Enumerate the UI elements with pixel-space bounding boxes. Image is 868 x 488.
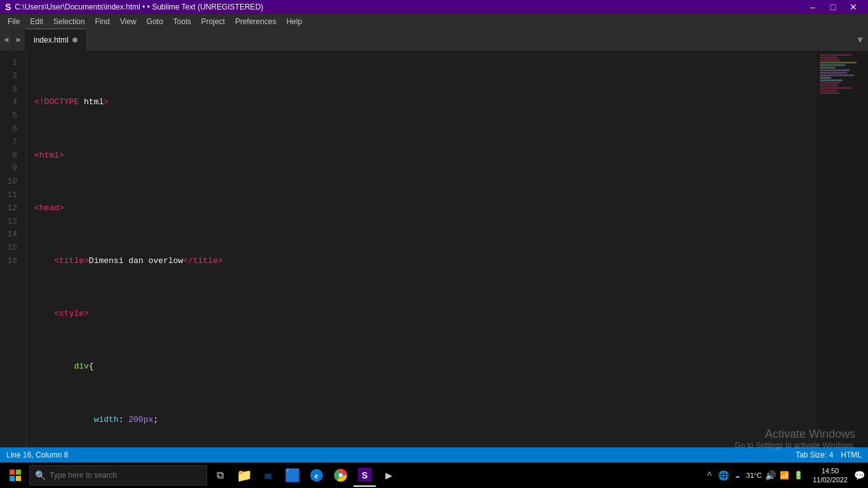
svg-point-8 [339,473,342,477]
menu-edit[interactable]: Edit [25,14,48,29]
title-bar-left: S C:\Users\User\Documents\index.html • •… [5,2,263,12]
status-right: Tab Size: 4 HTML [796,451,862,459]
svg-rect-1 [16,470,21,475]
line-num-16: 16 [0,255,21,268]
line-num-13: 13 [0,215,21,229]
tab-index-html[interactable]: index.html [25,29,86,51]
line-num-7: 7 [0,136,21,149]
svg-rect-3 [16,476,21,481]
code-line-3: <head> [34,202,817,215]
cursor-position: Line 16, Column 8 [6,451,68,459]
line-num-2: 2 [0,70,21,83]
minimap [817,51,868,447]
svg-text:S: S [362,470,367,480]
language[interactable]: HTML [841,451,862,459]
title-bar-text: C:\Users\User\Documents\index.html • • S… [15,3,263,11]
menu-view[interactable]: View [115,14,142,29]
title-bar-controls: – □ ✕ [803,0,863,14]
volume-icon[interactable]: 🔊 [764,464,777,487]
status-left: Line 16, Column 8 [6,451,68,459]
menu-preferences[interactable]: Preferences [230,14,281,29]
task-view-button[interactable]: ⧉ [208,464,231,487]
network-wifi-icon[interactable]: 📶 [778,464,791,487]
line-num-1: 1 [0,57,21,70]
svg-rect-0 [10,470,15,475]
app-icon: S [5,2,11,12]
code-line-7: width: 200px; [34,414,817,427]
line-num-12: 12 [0,202,21,215]
svg-rect-2 [10,476,15,481]
code-line-4: <title>Dimensi dan overlow</title> [34,255,817,268]
taskbar: 🔍 ⧉ 📁 ✉ 🟦 e S ▶ ^ 🌐 ☁ [0,463,868,488]
menu-help[interactable]: Help [281,14,308,29]
menu-selection[interactable]: Selection [48,14,90,29]
line-num-5: 5 [0,109,21,123]
line-num-10: 10 [0,175,21,189]
svg-text:e: e [315,471,318,480]
menu-tools[interactable]: Tools [168,14,196,29]
tab-nav-left[interactable]: ◀ [0,29,13,51]
line-num-14: 14 [0,228,21,241]
tab-modified-indicator [72,37,78,43]
line-numbers: 1 2 3 4 5 6 7 8 9 10 11 12 13 14 15 16 [0,51,27,447]
code-line-2: <html> [34,149,817,163]
search-icon: 🔍 [35,470,46,481]
tab-nav-right[interactable]: ▶ [13,29,25,51]
status-bar: Line 16, Column 8 Tab Size: 4 HTML [0,447,868,463]
menu-bar: File Edit Selection Find View Goto Tools… [0,14,868,29]
line-num-4: 4 [0,96,21,109]
menu-find[interactable]: Find [90,14,114,29]
code-area[interactable]: <!DOCTYPE html> <html> <head> <title>Dim… [27,51,817,447]
minimap-content [817,51,868,97]
close-button[interactable]: ✕ [844,0,863,14]
clock-time: 14:50 [822,466,839,475]
minimize-button[interactable]: – [803,0,822,14]
code-line-1: <!DOCTYPE html> [34,96,817,109]
clock-date: 11/02/2022 [813,475,848,484]
battery-icon[interactable]: 🔋 [792,464,805,487]
start-button[interactable] [3,463,28,488]
menu-goto[interactable]: Goto [142,14,168,29]
title-bar: S C:\Users\User\Documents\index.html • •… [0,0,868,14]
code-line-6: div{ [34,360,817,374]
file-explorer-icon[interactable]: 📁 [233,464,255,487]
maximize-button[interactable]: □ [824,0,843,14]
edge-icon[interactable]: e [305,464,328,487]
notifications-icon[interactable]: 💬 [853,464,865,487]
chevron-up-icon[interactable]: ^ [703,464,715,487]
line-num-3: 3 [0,83,21,97]
tab-size[interactable]: Tab Size: 4 [796,451,833,459]
media-icon[interactable]: ▶ [377,464,400,487]
taskbar-right: ^ 🌐 ☁ 31°C 🔊 📶 🔋 14:50 11/02/2022 💬 [700,464,865,487]
sublime-icon[interactable]: S [353,464,376,487]
line-num-15: 15 [0,241,21,255]
line-num-9: 9 [0,162,21,175]
tab-dropdown[interactable]: ▼ [858,35,863,45]
line-num-11: 11 [0,189,21,202]
tab-filename: index.html [34,36,69,44]
temperature-label: 31°C [745,464,763,487]
chrome-icon[interactable] [329,464,352,487]
mail-icon[interactable]: ✉ [257,464,280,487]
clock[interactable]: 14:50 11/02/2022 [809,466,851,485]
system-tray: ^ 🌐 ☁ 31°C 🔊 📶 🔋 [700,464,808,487]
editor: 1 2 3 4 5 6 7 8 9 10 11 12 13 14 15 16 <… [0,51,868,447]
app1-icon[interactable]: 🟦 [281,464,304,487]
line-num-6: 6 [0,123,21,136]
network-icon[interactable]: 🌐 [717,464,729,487]
menu-project[interactable]: Project [196,14,230,29]
code-line-5: <style> [34,308,817,321]
search-bar[interactable]: 🔍 [29,465,207,485]
search-input[interactable] [50,471,201,480]
line-num-8: 8 [0,149,21,163]
weather-icon[interactable]: ☁ [731,464,743,487]
menu-file[interactable]: File [3,14,25,29]
tab-bar: ◀ ▶ index.html ▼ [0,29,868,51]
